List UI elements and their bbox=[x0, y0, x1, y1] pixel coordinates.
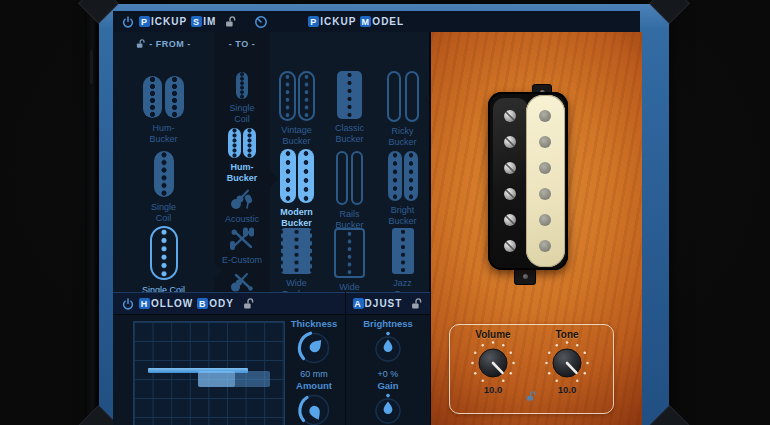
model-rails-bucker[interactable]: Rails Bucker bbox=[323, 151, 376, 230]
pickup-mount-tab bbox=[514, 268, 536, 285]
brightness-label: Brightness bbox=[363, 318, 413, 329]
to-header: - TO - bbox=[214, 39, 270, 49]
frame-corner bbox=[650, 0, 688, 23]
wide-jazz-icon bbox=[334, 228, 365, 278]
header-bar: PICKUP SIM bbox=[113, 11, 640, 33]
adjust-panel: ADJUST Brightness bbox=[345, 292, 430, 425]
volume-control: Volume 10.0 bbox=[457, 329, 529, 395]
rail-slot bbox=[90, 50, 93, 84]
model-jazz-box[interactable]: Jazz Box bbox=[376, 228, 429, 299]
pickup-model-panel: Vintage Bucker Classic Bucker Ricky Buck… bbox=[270, 32, 429, 292]
plugin-window: PICKUP SIM bbox=[99, 4, 669, 425]
pickup-model-title: PICKUP MODEL bbox=[308, 16, 408, 27]
volume-value: 10.0 bbox=[484, 384, 503, 395]
vintage-bucker-icon bbox=[279, 71, 315, 121]
knob-icon[interactable] bbox=[254, 15, 268, 29]
pickup-model-header: PICKUP MODEL bbox=[308, 16, 408, 27]
single-coil-icon bbox=[236, 72, 248, 99]
lock-open-icon[interactable] bbox=[411, 298, 423, 310]
model-modern-bucker[interactable]: Modern Bucker bbox=[270, 149, 323, 228]
selection-arrow bbox=[214, 263, 222, 279]
single-coil-icon bbox=[154, 151, 174, 197]
gain-label: Gain bbox=[377, 380, 398, 391]
volume-knob[interactable] bbox=[470, 340, 516, 386]
model-bright-bucker[interactable]: Bright Bucker bbox=[376, 151, 429, 226]
thickness-knob[interactable] bbox=[295, 329, 333, 367]
power-icon[interactable] bbox=[122, 16, 134, 28]
from-header: - FROM - bbox=[113, 39, 214, 49]
hollow-body-title: HOLLOW BODY bbox=[139, 298, 238, 309]
tone-knob[interactable] bbox=[544, 340, 590, 386]
lock-open-icon[interactable] bbox=[243, 298, 255, 310]
brightness-knob[interactable] bbox=[371, 331, 405, 365]
gain-knob[interactable] bbox=[371, 393, 405, 425]
humbucker-icon bbox=[143, 76, 184, 118]
screw-icon bbox=[523, 274, 528, 279]
from-header-label: - FROM - bbox=[149, 39, 191, 49]
model-ricky-bucker[interactable]: Ricky Bucker bbox=[376, 71, 429, 147]
pickup-display: Volume 10.0 bbox=[429, 32, 642, 425]
thickness-value: 60 mm bbox=[300, 369, 328, 379]
to-item-acoustic[interactable]: Acoustic bbox=[214, 187, 270, 225]
wide-bucker-icon bbox=[281, 228, 312, 274]
volume-tone-panel: Volume 10.0 bbox=[449, 324, 614, 414]
waveform-blob-bright bbox=[198, 371, 235, 387]
model-vintage-bucker[interactable]: Vintage Bucker bbox=[270, 71, 323, 146]
to-item-e-custom[interactable]: E-Custom bbox=[214, 226, 270, 266]
model-wide-bucker[interactable]: Wide Bucker bbox=[270, 228, 323, 299]
humbucker-pickup-image bbox=[488, 84, 568, 286]
jazz-box-icon bbox=[392, 228, 414, 274]
power-icon[interactable] bbox=[122, 298, 134, 310]
custom-guitar-tool-icon bbox=[228, 270, 256, 294]
acoustic-guitar-mic-icon bbox=[228, 187, 256, 211]
from-item-hum-bucker[interactable]: Hum-Bucker bbox=[113, 76, 214, 144]
single-coil-bright-icon bbox=[150, 226, 178, 280]
frame-corner bbox=[650, 406, 688, 425]
desktop-background: PICKUP SIM bbox=[0, 0, 770, 425]
lock-open-icon[interactable] bbox=[225, 16, 237, 28]
from-panel: - FROM - Hum-Bucker Single Coil bbox=[113, 32, 215, 292]
custom-tools-icon bbox=[228, 226, 256, 252]
to-item-hum-bucker[interactable]: Hum-Bucker bbox=[214, 128, 270, 183]
to-item-single-coil[interactable]: Single Coil bbox=[214, 72, 270, 124]
modern-bucker-icon bbox=[280, 149, 314, 203]
bright-bucker-icon bbox=[388, 151, 418, 201]
thickness-amount-column: Thickness 60 mm Amount bbox=[283, 318, 345, 425]
adjust-header: ADJUST bbox=[346, 292, 430, 315]
ricky-bucker-icon bbox=[387, 71, 419, 122]
body-response-graph bbox=[133, 321, 285, 425]
volume-label: Volume bbox=[475, 329, 510, 340]
hollow-body-header: HOLLOW BODY bbox=[113, 292, 345, 315]
model-classic-bucker[interactable]: Classic Bucker bbox=[323, 71, 376, 144]
pickup-body bbox=[488, 92, 568, 270]
adjust-title: ADJUST bbox=[353, 298, 407, 309]
tone-label: Tone bbox=[555, 329, 578, 340]
to-panel: - TO - Single Coil Hum-Bucker bbox=[214, 32, 271, 292]
pickup-sim-title: PICKUP SIM bbox=[139, 16, 220, 27]
from-item-single-coil[interactable]: Single Coil bbox=[113, 151, 214, 223]
humbucker-icon bbox=[228, 128, 256, 158]
hollow-body-panel: HOLLOW BODY bbox=[113, 292, 345, 425]
tone-control: Tone 10.0 bbox=[531, 329, 603, 395]
pickup-sim-header: PICKUP SIM bbox=[122, 15, 268, 29]
to-header-label: - TO - bbox=[229, 39, 255, 49]
selection-arrow bbox=[270, 171, 278, 187]
lock-open-icon[interactable] bbox=[526, 391, 537, 402]
classic-bucker-icon bbox=[337, 71, 362, 119]
main-panel: PICKUP SIM bbox=[113, 11, 640, 425]
tone-value: 10.0 bbox=[558, 384, 577, 395]
amount-knob[interactable] bbox=[295, 391, 333, 425]
thickness-label: Thickness bbox=[291, 318, 337, 329]
brightness-value: +0 % bbox=[378, 369, 399, 379]
amount-label: Amount bbox=[296, 380, 332, 391]
brightness-gain-column: Brightness +0 % Gain bbox=[356, 318, 420, 425]
rack-rail-left bbox=[85, 12, 99, 425]
rails-bucker-icon bbox=[336, 151, 363, 205]
lock-open-icon[interactable] bbox=[136, 39, 146, 49]
